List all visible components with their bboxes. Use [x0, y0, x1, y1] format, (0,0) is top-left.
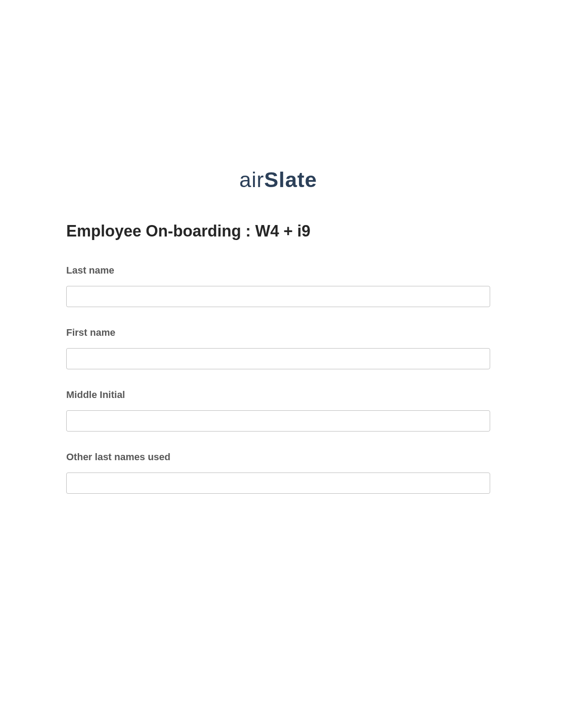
field-first-name: First name — [66, 327, 490, 369]
brand-name-part1: air — [239, 168, 264, 191]
label-middle-initial: Middle Initial — [66, 389, 490, 401]
input-first-name[interactable] — [66, 348, 490, 369]
brand-logo: airSlate — [239, 168, 317, 192]
field-middle-initial: Middle Initial — [66, 389, 490, 432]
input-middle-initial[interactable] — [66, 410, 490, 432]
input-last-name[interactable] — [66, 286, 490, 307]
field-other-last-names: Other last names used — [66, 451, 490, 494]
input-other-last-names[interactable] — [66, 473, 490, 494]
field-last-name: Last name — [66, 265, 490, 307]
form-container: airSlate Employee On-boarding : W4 + i9 … — [66, 168, 490, 514]
form-title: Employee On-boarding : W4 + i9 — [66, 222, 490, 240]
label-other-last-names: Other last names used — [66, 451, 490, 463]
label-last-name: Last name — [66, 265, 490, 276]
brand-name-part2: Slate — [264, 168, 317, 191]
logo-wrap: airSlate — [66, 168, 490, 192]
label-first-name: First name — [66, 327, 490, 338]
